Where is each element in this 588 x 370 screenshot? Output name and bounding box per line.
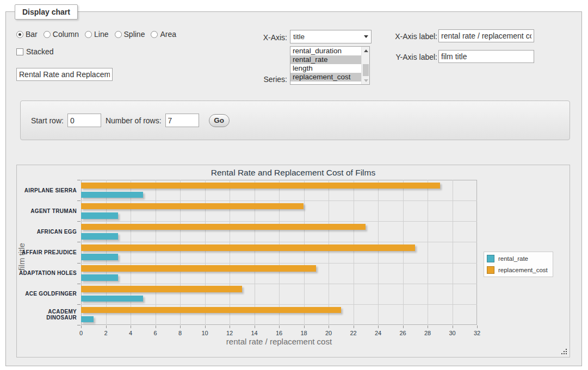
bar-replacement_cost xyxy=(81,224,366,230)
num-rows-input[interactable] xyxy=(165,114,199,127)
chart-type-label: Column xyxy=(53,30,79,39)
bar-row xyxy=(81,263,477,284)
chart-type-label: Line xyxy=(94,30,108,39)
x-tick-label: 4 xyxy=(129,330,132,336)
y-axis-label-label: Y-Axis label: xyxy=(387,53,437,61)
radio-icon[interactable] xyxy=(151,31,158,38)
x-tick-label: 20 xyxy=(325,330,332,336)
y-tickmark xyxy=(77,180,81,180)
chart-type-spline[interactable]: Spline xyxy=(115,30,145,39)
bar-rental_rate xyxy=(81,192,143,198)
x-tickmark xyxy=(106,325,107,328)
radio-icon[interactable] xyxy=(16,31,23,38)
scrollbar-thumb[interactable] xyxy=(363,64,369,76)
bar-row xyxy=(81,180,477,200)
bar-row xyxy=(81,200,477,221)
radio-icon[interactable] xyxy=(115,31,122,38)
stacked-checkbox-row[interactable]: Stacked xyxy=(16,47,54,56)
x-tickmark xyxy=(180,325,181,328)
series-listbox[interactable]: rental_durationrental_ratelengthreplacem… xyxy=(290,46,370,85)
bar-rental_rate xyxy=(81,212,118,218)
start-row-input[interactable] xyxy=(67,114,101,127)
chart-title: Rental Rate and Replacement Cost of Film… xyxy=(17,168,570,178)
stacked-checkbox[interactable] xyxy=(16,48,23,55)
series-select-label: Series: xyxy=(232,75,287,84)
x-tick-label: 8 xyxy=(178,330,182,336)
x-tickmark xyxy=(279,325,280,328)
scroll-down-icon[interactable] xyxy=(362,77,370,84)
y-tickmark xyxy=(77,242,81,242)
legend-entry-rental_rate: rental_rate xyxy=(487,255,548,262)
bar-replacement_cost xyxy=(81,307,341,313)
bar-rental_rate xyxy=(81,316,94,322)
bar-replacement_cost xyxy=(81,265,316,271)
bar-row xyxy=(81,242,477,262)
series-option-rental_duration[interactable]: rental_duration xyxy=(290,47,361,55)
bar-rental_rate xyxy=(81,254,118,260)
x-axis-select[interactable]: title xyxy=(290,30,372,43)
x-tick-label: 6 xyxy=(153,330,157,336)
radio-icon[interactable] xyxy=(85,31,92,38)
chart-type-column[interactable]: Column xyxy=(44,30,79,39)
x-axis-title: rental rate / replacement cost xyxy=(81,337,477,346)
category-label: ACE GOLDFINGER xyxy=(17,284,77,304)
x-tick-label: 14 xyxy=(251,330,257,336)
y-tickmark xyxy=(77,304,81,305)
stacked-label: Stacked xyxy=(26,47,54,56)
y-tickmark xyxy=(77,263,81,264)
y-tickmark xyxy=(77,200,81,201)
category-label: AFFAIR PREJUDICE xyxy=(17,242,77,262)
x-axis-label-input[interactable] xyxy=(438,29,534,42)
chart-type-line[interactable]: Line xyxy=(85,30,108,39)
chart-type-label: Bar xyxy=(26,30,38,39)
y-tickmark xyxy=(77,325,81,325)
scroll-up-icon[interactable] xyxy=(362,47,370,54)
series-option-length[interactable]: length xyxy=(290,64,361,73)
chart-legend: rental_ratereplacement_cost xyxy=(484,252,553,277)
y-tickmark xyxy=(77,284,81,284)
x-tickmark xyxy=(378,325,379,328)
chart-type-label: Area xyxy=(160,30,176,39)
bar-replacement_cost xyxy=(81,286,242,292)
x-tickmark xyxy=(477,325,478,328)
x-tickmark xyxy=(354,325,354,328)
x-tick-label: 18 xyxy=(300,330,307,336)
series-options: rental_durationrental_ratelengthreplacem… xyxy=(290,47,361,84)
x-axis-select-label: X-Axis: xyxy=(232,33,287,42)
chart-type-area[interactable]: Area xyxy=(151,30,176,39)
chart-type-bar[interactable]: Bar xyxy=(16,30,38,39)
x-tickmark xyxy=(131,325,131,328)
series-scrollbar[interactable] xyxy=(361,47,369,84)
legend-label: rental_rate xyxy=(498,255,528,262)
chevron-down-icon xyxy=(364,35,368,38)
num-rows-label: Number of rows: xyxy=(106,116,162,125)
y-axis-label-input[interactable] xyxy=(438,50,534,63)
bar-replacement_cost xyxy=(81,203,304,209)
x-tick-label: 0 xyxy=(79,330,83,336)
go-button[interactable]: Go xyxy=(209,114,230,127)
y-tickmark xyxy=(77,221,81,222)
x-tick-label: 30 xyxy=(449,330,455,336)
x-tick-label: 2 xyxy=(104,330,107,336)
x-tick-label: 16 xyxy=(276,330,282,336)
bar-rental_rate xyxy=(81,233,118,239)
bar-replacement_cost xyxy=(81,244,415,250)
x-tick-label: 22 xyxy=(350,330,356,336)
chart-title-input[interactable] xyxy=(16,68,113,81)
category-label: AFRICAN EGG xyxy=(17,221,77,242)
x-tickmark xyxy=(230,325,230,328)
legend-entry-replacement_cost: replacement_cost xyxy=(487,266,548,274)
x-tick-label: 26 xyxy=(399,330,406,336)
category-label: AIRPLANE SIERRA xyxy=(17,180,77,200)
x-tickmark xyxy=(156,325,156,328)
bar-replacement_cost xyxy=(81,183,440,189)
radio-icon[interactable] xyxy=(44,31,51,38)
legend-swatch-replacement_cost xyxy=(487,266,494,274)
x-tickmark xyxy=(428,325,428,328)
x-tickmark xyxy=(453,325,453,328)
resize-handle-icon[interactable] xyxy=(566,353,567,354)
series-option-replacement_cost[interactable]: replacement_cost xyxy=(290,73,361,81)
x-tick-label: 32 xyxy=(474,330,480,336)
series-option-rental_rate[interactable]: rental_rate xyxy=(290,55,361,64)
legend-label: replacement_cost xyxy=(498,267,548,273)
